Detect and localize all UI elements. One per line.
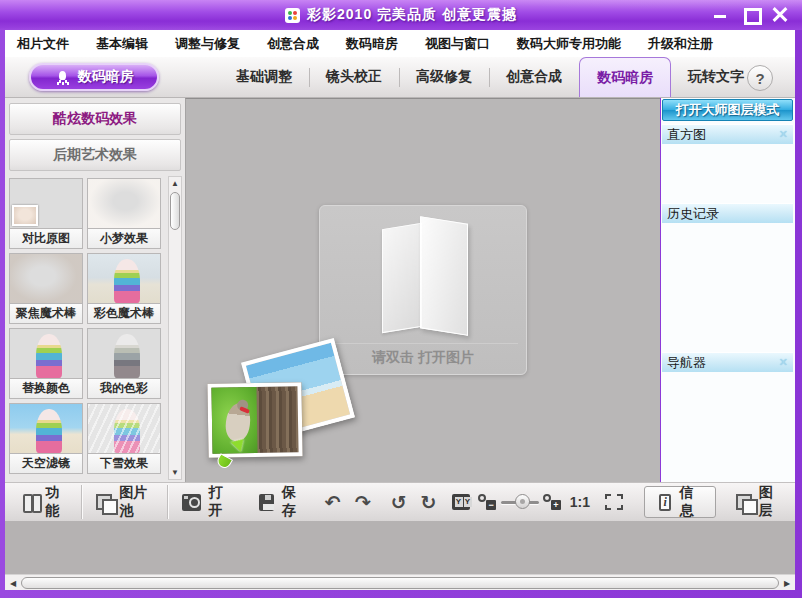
features-button[interactable]: 功能 xyxy=(9,485,81,519)
effect-thumbnail xyxy=(87,403,161,454)
effect-my-colors[interactable]: 我的色彩 xyxy=(87,328,161,399)
save-button[interactable]: 保存 xyxy=(245,485,318,519)
scroll-right-icon[interactable]: ▶ xyxy=(781,575,793,591)
scroll-down-icon[interactable]: ▼ xyxy=(169,466,181,479)
histogram-close-icon[interactable]: ✕ xyxy=(779,128,788,141)
effect-focus-wand[interactable]: 聚焦魔术棒 xyxy=(9,253,83,324)
redo-icon[interactable]: ↷ xyxy=(348,493,378,512)
fit-screen-icon[interactable] xyxy=(598,494,630,510)
undo-icon[interactable]: ↶ xyxy=(318,493,348,512)
history-panel-header[interactable]: 历史记录 xyxy=(662,203,793,223)
menu-view-window[interactable]: 视图与窗口 xyxy=(425,35,490,53)
rotate-left-icon[interactable]: ↺ xyxy=(384,493,414,512)
floppy-icon xyxy=(259,494,274,511)
master-layer-mode-button[interactable]: 打开大师图层模式 xyxy=(662,99,793,121)
main-area: 酷炫数码效果 后期艺术效果 对比原图 小梦效果 聚焦魔术棒 彩色魔术棒 xyxy=(5,98,795,482)
menubar: 相片文件 基本编辑 调整与修复 创意合成 数码暗房 视图与窗口 数码大师专用功能… xyxy=(5,30,795,57)
menu-photo-file[interactable]: 相片文件 xyxy=(17,35,69,53)
effect-thumbnail xyxy=(9,253,83,304)
maximize-icon[interactable] xyxy=(742,6,758,22)
scroll-up-icon[interactable]: ▲ xyxy=(169,177,181,190)
dropzone-hint: 请双击 打开图片 xyxy=(320,349,526,367)
navigator-close-icon[interactable]: ✕ xyxy=(779,356,788,369)
zoom-in-icon[interactable]: + xyxy=(543,493,562,511)
navigator-panel-header[interactable]: 导航器 ✕ xyxy=(662,352,793,372)
camera-icon xyxy=(182,494,201,511)
app-window: 彩影2010 完美品质 创意更震撼 相片文件 基本编辑 调整与修复 创意合成 数… xyxy=(0,0,802,598)
effect-thumbnail xyxy=(9,178,83,229)
layers-button[interactable]: 图层 xyxy=(722,485,795,519)
layers-icon xyxy=(736,494,751,511)
darkroom-mode-button[interactable]: 数码暗房 xyxy=(29,63,159,91)
menu-creative-composite[interactable]: 创意合成 xyxy=(267,35,319,53)
category-post-art-effects[interactable]: 后期艺术效果 xyxy=(9,139,181,171)
canvas: 请双击 打开图片 xyxy=(185,98,660,482)
histogram-panel-header[interactable]: 直方图 ✕ xyxy=(662,124,793,144)
lamp-icon xyxy=(55,70,70,85)
scroll-left-icon[interactable]: ◀ xyxy=(7,575,19,591)
effects-panel: 酷炫数码效果 后期艺术效果 对比原图 小梦效果 聚焦魔术棒 彩色魔术棒 xyxy=(5,98,185,482)
zoom-out-icon[interactable]: − xyxy=(478,493,497,511)
horizontal-scrollbar[interactable]: ◀ ▶ xyxy=(5,574,795,590)
bottom-toolbar: 功能 图片池 打开 保存 ↶ ↷ ↺ ↻ − + 1:1 xyxy=(5,482,795,522)
right-panel: 打开大师图层模式 直方图 ✕ 历史记录 导航器 ✕ xyxy=(661,98,795,482)
titlebar: 彩影2010 完美品质 创意更震撼 xyxy=(0,0,802,30)
effect-replace-color[interactable]: 替换颜色 xyxy=(9,328,83,399)
effects-grid: 对比原图 小梦效果 聚焦魔术棒 彩色魔术棒 替换颜色 xyxy=(5,176,185,482)
compare-view-icon[interactable] xyxy=(452,494,471,510)
open-image-dropzone[interactable]: 请双击 打开图片 xyxy=(319,205,527,375)
effect-thumbnail xyxy=(87,328,161,379)
tab-lens-correction[interactable]: 镜头校正 xyxy=(309,57,399,97)
lower-panel-area xyxy=(5,522,795,574)
open-folder-icon xyxy=(374,220,474,338)
effect-compare-original[interactable]: 对比原图 xyxy=(9,178,83,249)
close-icon[interactable] xyxy=(772,6,788,22)
info-button[interactable]: i 信息 xyxy=(644,486,716,518)
hscrollbar-thumb[interactable] xyxy=(21,577,779,589)
effect-thumbnail xyxy=(9,403,83,454)
app-logo-icon xyxy=(285,8,300,23)
zoom-slider[interactable] xyxy=(501,493,539,511)
panels-icon xyxy=(23,494,37,510)
effect-thumbnail xyxy=(87,178,161,229)
menu-upgrade-register[interactable]: 升级和注册 xyxy=(648,35,713,53)
menu-master-functions[interactable]: 数码大师专用功能 xyxy=(517,35,621,53)
effect-thumbnail xyxy=(87,253,161,304)
info-icon: i xyxy=(659,494,671,511)
tab-creative-composite[interactable]: 创意合成 xyxy=(489,57,579,97)
green-arrow-icon xyxy=(213,435,250,468)
effect-color-wand[interactable]: 彩色魔术棒 xyxy=(87,253,161,324)
open-button[interactable]: 打开 xyxy=(168,485,245,519)
effect-snow[interactable]: 下雪效果 xyxy=(87,403,161,474)
tab-advanced-repair[interactable]: 高级修复 xyxy=(399,57,489,97)
tab-basic-adjust[interactable]: 基础调整 xyxy=(219,57,309,97)
image-pool-button[interactable]: 图片池 xyxy=(82,485,167,519)
minimize-icon[interactable] xyxy=(712,6,728,22)
menu-digital-darkroom[interactable]: 数码暗房 xyxy=(346,35,398,53)
toolbar: 数码暗房 基础调整 镜头校正 高级修复 创意合成 数码暗房 玩转文字 ? xyxy=(5,57,795,98)
menu-basic-edit[interactable]: 基本编辑 xyxy=(96,35,148,53)
zoom-slider-knob[interactable] xyxy=(515,494,530,509)
stacked-images-icon xyxy=(96,494,111,511)
effect-thumbnail xyxy=(9,328,83,379)
effects-scrollbar[interactable]: ▲ ▼ xyxy=(168,176,182,480)
help-button[interactable]: ? xyxy=(747,65,773,91)
scrollbar-thumb[interactable] xyxy=(170,192,180,230)
category-cool-digital-effects[interactable]: 酷炫数码效果 xyxy=(9,103,181,135)
rotate-right-icon[interactable]: ↻ xyxy=(414,493,444,512)
effect-dream[interactable]: 小梦效果 xyxy=(87,178,161,249)
actual-size-button[interactable]: 1:1 xyxy=(562,494,598,510)
window-title: 彩影2010 完美品质 创意更震撼 xyxy=(307,6,517,24)
tab-digital-darkroom[interactable]: 数码暗房 xyxy=(579,57,671,97)
menu-adjust-repair[interactable]: 调整与修复 xyxy=(175,35,240,53)
effect-sky-filter[interactable]: 天空滤镜 xyxy=(9,403,83,474)
